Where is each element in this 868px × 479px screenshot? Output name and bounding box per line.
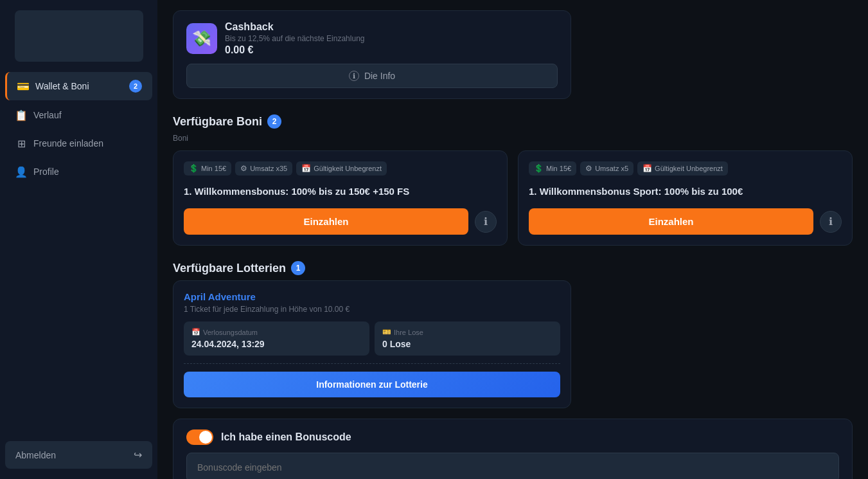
lotterie-card: April Adventure 1 Ticket für jede Einzah… xyxy=(173,280,571,408)
cashback-card: 💸 Cashback Bis zu 12,5% auf die nächste … xyxy=(173,10,571,99)
boni-label: Boni xyxy=(173,134,853,143)
bonuscode-toggle[interactable] xyxy=(186,429,213,445)
cashback-icon: 💸 xyxy=(186,23,217,54)
tag-icon-umsatz-1: ⚙ xyxy=(240,164,247,173)
sidebar-item-verlauf[interactable]: 📋 Verlauf xyxy=(5,102,152,129)
lose-value: 0 Lose xyxy=(382,339,553,349)
logout-button[interactable]: Abmelden ↪ xyxy=(5,441,152,469)
logout-icon: ↪ xyxy=(134,449,142,461)
verfuegbare-boni-section: Verfügbare Boni 2 Boni 💲 Min 15€ ⚙ Umsat… xyxy=(173,114,853,246)
freunde-icon: ⊞ xyxy=(15,138,27,149)
verlauf-icon: 📋 xyxy=(15,109,27,121)
lotterie-verlosungsdatum-cell: 📅 Verlosungsdatum 24.04.2024, 13:29 xyxy=(184,321,369,356)
lotterien-badge: 1 xyxy=(291,261,305,275)
boni-title-text: Verfügbare Boni xyxy=(173,115,262,129)
bonuscode-input[interactable] xyxy=(186,453,839,479)
calendar-icon: 📅 xyxy=(191,328,200,336)
lotterie-info-button[interactable]: Informationen zur Lotterie xyxy=(184,372,560,397)
lotterie-subtitle: 1 Ticket für jede Einzahlung in Höhe von… xyxy=(184,305,560,314)
bonuscode-section: Ich habe einen Bonuscode xyxy=(173,419,853,479)
tag-icon-min15-2: 💲 xyxy=(534,164,544,173)
tag-icon-gueltigkeit-1: 📅 xyxy=(301,164,311,173)
boni-actions-2: Einzahlen ℹ xyxy=(529,208,842,235)
profile-icon: 👤 xyxy=(15,166,27,177)
lose-label: 🎫 Ihre Lose xyxy=(382,328,553,336)
lotterien-title-text: Verfügbare Lotterien xyxy=(173,262,286,275)
info-circle-icon: ℹ xyxy=(349,71,359,81)
lotterien-section-title: Verfügbare Lotterien 1 xyxy=(173,261,853,275)
boni-tags-1: 💲 Min 15€ ⚙ Umsatz x35 📅 Gültigkeit Unbe… xyxy=(184,161,497,176)
tag-label-umsatz-1: Umsatz x35 xyxy=(250,165,287,172)
boni-grid: 💲 Min 15€ ⚙ Umsatz x35 📅 Gültigkeit Unbe… xyxy=(173,150,853,246)
tag-icon-gueltigkeit-2: 📅 xyxy=(642,164,652,173)
sidebar-item-label: Verlauf xyxy=(33,110,62,120)
cashback-info-button[interactable]: ℹ Die Info xyxy=(186,64,558,88)
sidebar-logo xyxy=(15,10,143,62)
verlosungsdatum-value: 24.04.2024, 13:29 xyxy=(191,339,362,349)
boni-title-1: 1. Willkommensbonus: 100% bis zu 150€ +1… xyxy=(184,185,497,198)
lotterie-title: April Adventure xyxy=(184,291,560,302)
boni-card-1: 💲 Min 15€ ⚙ Umsatz x35 📅 Gültigkeit Unbe… xyxy=(173,150,508,246)
main-content: 💸 Cashback Bis zu 12,5% auf die nächste … xyxy=(157,0,868,479)
tag-label-gueltigkeit-2: Gültigkeit Unbegrenzt xyxy=(655,165,723,172)
sidebar-nav: 💳 Wallet & Boni 2 📋 Verlauf ⊞ Freunde ei… xyxy=(0,72,157,433)
lotterie-divider xyxy=(184,363,560,364)
boni-tags-2: 💲 Min 15€ ⚙ Umsatz x5 📅 Gültigkeit Unbeg… xyxy=(529,161,842,176)
sidebar-item-freunde[interactable]: ⊞ Freunde einladen xyxy=(5,130,152,157)
wallet-badge: 2 xyxy=(129,80,142,93)
verfuegbare-lotterien-section: Verfügbare Lotterien 1 April Adventure 1… xyxy=(173,261,853,408)
sidebar-item-profile[interactable]: 👤 Profile xyxy=(5,158,152,185)
boni-info-button-1[interactable]: ℹ xyxy=(475,211,497,233)
tag-gueltigkeit-2: 📅 Gültigkeit Unbegrenzt xyxy=(637,161,728,176)
logout-label: Abmelden xyxy=(15,450,56,460)
tag-icon-min15-1: 💲 xyxy=(189,164,199,173)
tag-label-gueltigkeit-1: Gültigkeit Unbegrenzt xyxy=(314,165,382,172)
sidebar-item-label: Profile xyxy=(33,167,59,177)
bonuscode-label: Ich habe einen Bonuscode xyxy=(221,431,351,443)
boni-card-2: 💲 Min 15€ ⚙ Umsatz x5 📅 Gültigkeit Unbeg… xyxy=(518,150,853,246)
tag-umsatz-2: ⚙ Umsatz x5 xyxy=(580,161,633,176)
sidebar: 💳 Wallet & Boni 2 📋 Verlauf ⊞ Freunde ei… xyxy=(0,0,157,479)
sidebar-bottom: Abmelden ↪ xyxy=(0,433,157,479)
cashback-amount: 0.00 € xyxy=(225,44,364,56)
einzahlen-button-1[interactable]: Einzahlen xyxy=(184,208,468,235)
tag-min15-1: 💲 Min 15€ xyxy=(184,161,231,176)
tag-label-umsatz-2: Umsatz x5 xyxy=(595,165,628,172)
boni-info-button-2[interactable]: ℹ xyxy=(820,211,842,233)
sidebar-item-label: Wallet & Boni xyxy=(35,81,89,91)
sidebar-item-wallet[interactable]: 💳 Wallet & Boni 2 xyxy=(5,72,152,100)
tag-label-min15-2: Min 15€ xyxy=(546,165,571,172)
sidebar-item-label: Freunde einladen xyxy=(33,138,103,149)
boni-section-title: Verfügbare Boni 2 xyxy=(173,114,853,129)
bonuscode-header: Ich habe einen Bonuscode xyxy=(186,429,839,445)
wallet-icon: 💳 xyxy=(17,80,29,92)
tag-label-min15-1: Min 15€ xyxy=(201,165,226,172)
lotterie-info-row: 📅 Verlosungsdatum 24.04.2024, 13:29 🎫 Ih… xyxy=(184,321,560,356)
cashback-info-btn-label: Die Info xyxy=(364,71,395,81)
cashback-header: 💸 Cashback Bis zu 12,5% auf die nächste … xyxy=(186,21,558,56)
tag-gueltigkeit-1: 📅 Gültigkeit Unbegrenzt xyxy=(296,161,387,176)
tag-umsatz-1: ⚙ Umsatz x35 xyxy=(235,161,292,176)
verlosungsdatum-label: 📅 Verlosungsdatum xyxy=(191,328,362,336)
cashback-title: Cashback xyxy=(225,21,364,33)
cashback-info: Cashback Bis zu 12,5% auf die nächste Ei… xyxy=(225,21,364,56)
boni-actions-1: Einzahlen ℹ xyxy=(184,208,497,235)
boni-title-2: 1. Willkommensbonus Sport: 100% bis zu 1… xyxy=(529,185,842,198)
einzahlen-button-2[interactable]: Einzahlen xyxy=(529,208,813,235)
tag-min15-2: 💲 Min 15€ xyxy=(529,161,576,176)
lotterie-lose-cell: 🎫 Ihre Lose 0 Lose xyxy=(375,321,560,356)
ticket-icon: 🎫 xyxy=(382,328,391,336)
cashback-subtitle: Bis zu 12,5% auf die nächste Einzahlung xyxy=(225,34,364,43)
tag-icon-umsatz-2: ⚙ xyxy=(585,164,592,173)
boni-badge: 2 xyxy=(267,114,281,129)
